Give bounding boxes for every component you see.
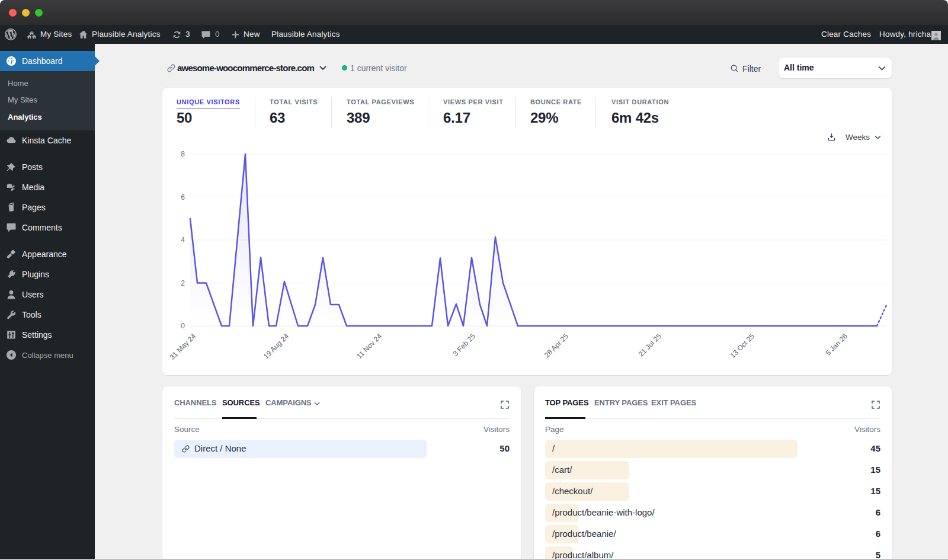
svg-text:28 Apr 25: 28 Apr 25 [543,332,570,359]
svg-text:19 Aug 24: 19 Aug 24 [262,332,290,360]
svg-text:5 Jan 26: 5 Jan 26 [824,332,850,357]
svg-text:2: 2 [181,279,185,287]
svg-text:31 May 24: 31 May 24 [168,332,198,361]
svg-text:13 Oct 25: 13 Oct 25 [728,332,756,360]
svg-text:11 Nov 24: 11 Nov 24 [355,332,383,360]
svg-text:21 Jul 25: 21 Jul 25 [637,332,664,359]
svg-text:0: 0 [181,322,185,330]
svg-text:8: 8 [181,150,185,158]
svg-text:4: 4 [181,236,185,244]
svg-text:6: 6 [181,193,185,201]
svg-text:3 Feb 25: 3 Feb 25 [451,332,478,358]
